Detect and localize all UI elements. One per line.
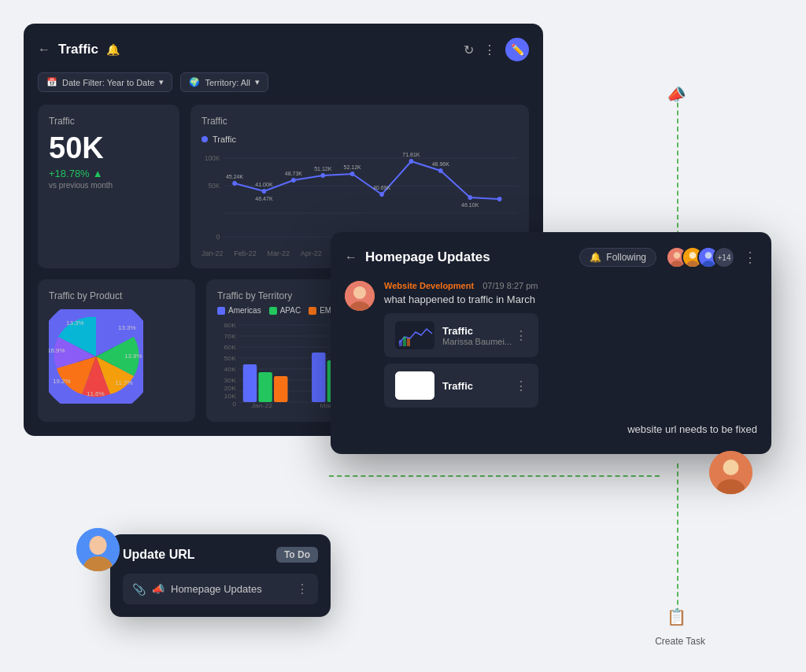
- following-button[interactable]: 🔔 Following: [579, 248, 656, 267]
- chat-reply: website url needs to be fixed: [345, 419, 757, 440]
- svg-rect-86: [403, 337, 406, 346]
- dash-ref-sub-1: Marissa Baumei...: [442, 337, 512, 346]
- dash-ref-thumb-2: [395, 371, 434, 400]
- chat-title: Homepage Updates: [365, 249, 490, 265]
- chat-meta: Website Development 07/19 8:27 pm: [384, 281, 538, 290]
- chevron-down-icon: ▾: [159, 77, 164, 87]
- stat-value: 50K: [49, 133, 168, 163]
- stat-change-sub: vs previous month: [49, 181, 168, 190]
- dashed-connector-v2: [677, 463, 678, 621]
- chat-more-icon[interactable]: ⋮: [743, 249, 757, 266]
- svg-text:40.69K: 40.69K: [373, 184, 390, 191]
- chat-message: Website Development 07/19 8:27 pm what h…: [345, 281, 757, 408]
- svg-rect-61: [258, 372, 272, 402]
- pie-chart-svg: 13.3% 13.9% 11.7% 11.6% 19.2% 16.9% 13.3…: [49, 309, 143, 404]
- create-task-label: Create Task: [655, 636, 705, 647]
- pie-chart-title: Traffic by Product: [49, 290, 184, 301]
- back-arrow-icon[interactable]: ←: [38, 42, 50, 57]
- svg-point-15: [232, 181, 237, 186]
- territory-filter-label: Territory: All: [205, 78, 250, 87]
- svg-point-82: [353, 286, 366, 299]
- svg-text:41.00K: 41.00K: [255, 181, 272, 188]
- svg-text:46.10K: 46.10K: [461, 201, 479, 209]
- svg-point-16: [262, 189, 267, 194]
- legend-label-apac: APAC: [280, 306, 301, 315]
- legend-color-americas: [217, 307, 225, 315]
- svg-point-24: [497, 197, 502, 201]
- svg-text:80K: 80K: [224, 321, 237, 329]
- stat-change-value: +18.78%: [49, 168, 90, 179]
- svg-text:13.9%: 13.9%: [124, 353, 142, 360]
- svg-text:48.73K: 48.73K: [285, 170, 302, 177]
- svg-point-19: [350, 172, 355, 176]
- following-label: Following: [606, 252, 646, 263]
- legend-color-apac: [269, 307, 277, 315]
- legend-americas: Americas: [217, 306, 261, 315]
- svg-text:46.47K: 46.47K: [255, 195, 272, 202]
- dash-ref-left-1: Traffic Marissa Baumei...: [395, 321, 512, 349]
- dashed-h-connector: [329, 475, 660, 477]
- svg-text:11.6%: 11.6%: [87, 390, 105, 397]
- task-card: Update URL To Do 📎 📣 Homepage Updates ⋮: [110, 534, 331, 617]
- date-filter-label: Date Filter: Year to Date: [62, 78, 154, 87]
- svg-text:52.12K: 52.12K: [344, 164, 361, 171]
- svg-rect-88: [395, 371, 434, 400]
- territory-filter-pill[interactable]: 🌍 Territory: All ▾: [180, 72, 268, 92]
- svg-rect-60: [243, 364, 257, 402]
- message-avatar: [345, 281, 375, 311]
- date-filter-icon: 📅: [46, 77, 57, 87]
- chat-back-arrow-icon[interactable]: ←: [345, 250, 357, 264]
- svg-text:48.96K: 48.96K: [432, 161, 449, 168]
- svg-text:13.3%: 13.3%: [118, 324, 136, 331]
- svg-text:30K: 30K: [224, 376, 237, 384]
- announce-icon: 📣: [665, 83, 688, 105]
- dash-ref-more-icon-2[interactable]: ⋮: [515, 378, 527, 393]
- svg-text:50K: 50K: [208, 182, 220, 190]
- avatar-user-right: [709, 451, 752, 494]
- panel-header: ← Traffic 🔔 ↻ ⋮ ✏️: [38, 38, 529, 61]
- svg-text:40K: 40K: [224, 365, 237, 373]
- refresh-button[interactable]: ↻: [464, 42, 474, 57]
- dash-ref-more-icon-1[interactable]: ⋮: [515, 328, 527, 343]
- svg-text:100K: 100K: [205, 154, 220, 162]
- svg-point-76: [690, 252, 697, 259]
- chat-time: 07/19 8:27 pm: [482, 281, 538, 290]
- chat-header: ← Homepage Updates 🔔 Following +14 ⋮: [345, 246, 757, 268]
- notification-bell-icon[interactable]: 🔔: [106, 43, 120, 56]
- svg-point-22: [438, 168, 443, 173]
- edit-button[interactable]: ✏️: [505, 38, 529, 61]
- chevron-down-icon-2: ▾: [255, 77, 260, 87]
- chat-reply-text: website url needs to be fixed: [627, 423, 757, 435]
- chat-sender: Website Development: [384, 281, 474, 290]
- svg-text:51.12K: 51.12K: [314, 165, 331, 172]
- svg-point-79: [705, 252, 712, 259]
- svg-point-17: [291, 178, 296, 183]
- chat-content: Website Development 07/19 8:27 pm what h…: [384, 281, 538, 408]
- chat-header-right: 🔔 Following +14 ⋮: [579, 246, 757, 268]
- task-title: Update URL: [123, 548, 195, 562]
- date-filter-pill[interactable]: 📅 Date Filter: Year to Date ▾: [38, 72, 172, 92]
- task-link-bell-icon: 📣: [152, 583, 165, 595]
- stat-label: Traffic: [49, 116, 168, 127]
- avatar-group: +14: [672, 246, 735, 268]
- dash-ref-title-2: Traffic: [442, 380, 473, 392]
- svg-text:0: 0: [216, 233, 220, 241]
- task-link-more-icon[interactable]: ⋮: [296, 582, 309, 596]
- legend-dot: [202, 136, 208, 142]
- svg-text:10K: 10K: [224, 392, 237, 400]
- chat-header-left: ← Homepage Updates: [345, 249, 490, 265]
- dashboard-ref-card-1[interactable]: Traffic Marissa Baumei... ⋮: [384, 313, 538, 357]
- panel-title: Traffic: [58, 42, 98, 57]
- task-link-content: 📣 Homepage Updates: [152, 583, 290, 595]
- more-options-button[interactable]: ⋮: [483, 42, 496, 57]
- svg-point-23: [468, 195, 472, 200]
- stat-change: +18.78% ▲: [49, 168, 168, 179]
- chart-legend: Traffic: [202, 135, 518, 144]
- svg-point-20: [379, 192, 384, 197]
- create-task-clipboard-icon: 📋: [667, 607, 686, 626]
- svg-text:60K: 60K: [224, 343, 237, 351]
- legend-apac: APAC: [269, 306, 301, 315]
- svg-point-21: [409, 159, 414, 164]
- up-arrow-icon: ▲: [93, 168, 103, 179]
- dashboard-ref-card-2[interactable]: Traffic ⋮: [384, 364, 538, 408]
